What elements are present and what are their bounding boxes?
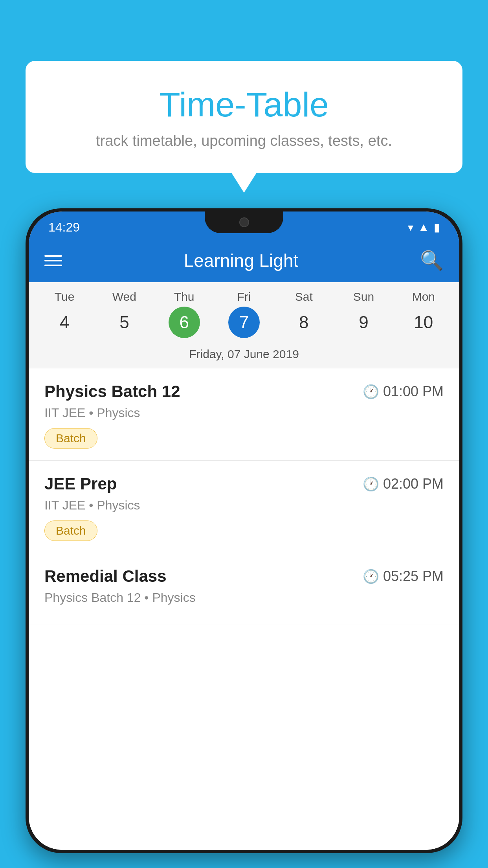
day-number: 6 [169, 307, 200, 338]
class-meta: IIT JEE • Physics [44, 406, 444, 420]
batch-badge: Batch [44, 520, 97, 541]
phone-frame: 14:29 ▾ ▲ ▮ Learning Light 🔍 [26, 208, 462, 853]
day-col-fri[interactable]: Fri7 [218, 290, 270, 338]
class-time: 🕐01:00 PM [363, 383, 444, 400]
time-value: 05:25 PM [383, 568, 444, 585]
selected-date-label: Friday, 07 June 2019 [29, 342, 459, 368]
hamburger-line-3 [44, 265, 62, 266]
class-header: Remedial Class🕐05:25 PM [44, 567, 444, 586]
wifi-icon: ▾ [408, 221, 413, 234]
class-name: Remedial Class [44, 567, 167, 586]
day-number: 5 [108, 307, 140, 338]
clock-icon: 🕐 [363, 384, 379, 399]
batch-badge: Batch [44, 428, 97, 449]
day-col-wed[interactable]: Wed5 [99, 290, 150, 338]
speech-bubble-container: Time-Table track timetable, upcoming cla… [26, 61, 462, 173]
class-header: Physics Batch 12🕐01:00 PM [44, 382, 444, 401]
class-header: JEE Prep🕐02:00 PM [44, 474, 444, 493]
bubble-title: Time-Table [41, 85, 447, 125]
day-number: 9 [348, 307, 380, 338]
day-col-thu[interactable]: Thu6 [159, 290, 210, 338]
day-number: 8 [288, 307, 319, 338]
status-icons: ▾ ▲ ▮ [408, 221, 440, 234]
day-name: Mon [412, 290, 435, 303]
day-col-sat[interactable]: Sat8 [278, 290, 329, 338]
day-number: 7 [228, 307, 260, 338]
days-row: Tue4Wed5Thu6Fri7Sat8Sun9Mon10 [29, 290, 459, 338]
day-name: Thu [174, 290, 194, 303]
day-number: 4 [49, 307, 80, 338]
day-name: Fri [237, 290, 251, 303]
phone-notch [205, 211, 283, 233]
hamburger-menu-button[interactable] [44, 255, 62, 266]
signal-icon: ▲ [418, 221, 429, 234]
day-col-sun[interactable]: Sun9 [338, 290, 389, 338]
status-time: 14:29 [48, 220, 80, 235]
battery-icon: ▮ [434, 221, 440, 234]
calendar-strip: Tue4Wed5Thu6Fri7Sat8Sun9Mon10 Friday, 07… [29, 282, 459, 368]
day-name: Wed [112, 290, 136, 303]
day-col-mon[interactable]: Mon10 [398, 290, 449, 338]
class-item-0[interactable]: Physics Batch 12🕐01:00 PMIIT JEE • Physi… [29, 368, 459, 461]
search-button[interactable]: 🔍 [420, 250, 444, 272]
day-name: Sun [353, 290, 374, 303]
front-camera [239, 217, 249, 227]
day-number: 10 [408, 307, 439, 338]
hamburger-line-1 [44, 255, 62, 257]
speech-bubble: Time-Table track timetable, upcoming cla… [26, 61, 462, 173]
bubble-subtitle: track timetable, upcoming classes, tests… [41, 132, 447, 149]
class-meta: Physics Batch 12 • Physics [44, 590, 444, 605]
class-time: 🕐05:25 PM [363, 568, 444, 585]
class-item-1[interactable]: JEE Prep🕐02:00 PMIIT JEE • PhysicsBatch [29, 461, 459, 553]
clock-icon: 🕐 [363, 476, 379, 492]
day-name: Tue [55, 290, 75, 303]
content-area: Physics Batch 12🕐01:00 PMIIT JEE • Physi… [29, 368, 459, 850]
class-item-2[interactable]: Remedial Class🕐05:25 PMPhysics Batch 12 … [29, 553, 459, 625]
class-time: 🕐02:00 PM [363, 476, 444, 492]
clock-icon: 🕐 [363, 568, 379, 584]
day-name: Sat [295, 290, 313, 303]
app-bar: Learning Light 🔍 [29, 239, 459, 282]
class-name: Physics Batch 12 [44, 382, 180, 401]
class-meta: IIT JEE • Physics [44, 498, 444, 513]
class-name: JEE Prep [44, 474, 117, 493]
phone-inner: 14:29 ▾ ▲ ▮ Learning Light 🔍 [29, 211, 459, 850]
day-col-tue[interactable]: Tue4 [39, 290, 90, 338]
app-title: Learning Light [78, 250, 404, 271]
time-value: 01:00 PM [383, 383, 444, 400]
phone-screen: 14:29 ▾ ▲ ▮ Learning Light 🔍 [29, 211, 459, 850]
time-value: 02:00 PM [383, 476, 444, 492]
hamburger-line-2 [44, 260, 62, 261]
